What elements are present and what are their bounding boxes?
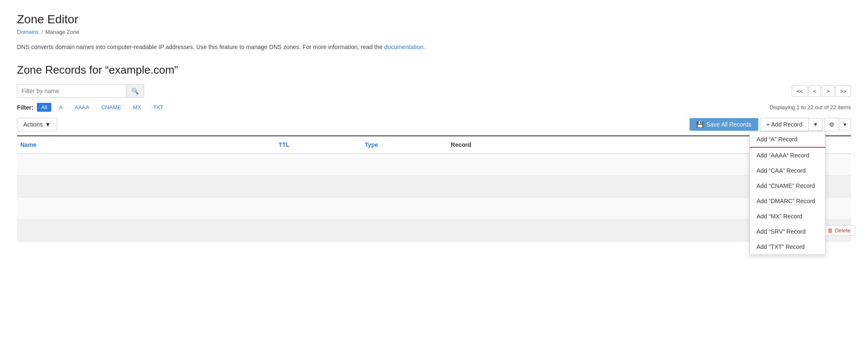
toolbar-right: 💾 Save All Records + Add Record ▼ ⚙ ▼ Ad… [690, 118, 851, 131]
pagination: << < > >> [792, 85, 851, 97]
page-next-button[interactable]: > [822, 85, 835, 97]
settings-button[interactable]: ⚙ [824, 118, 839, 131]
save-all-records-button[interactable]: 💾 Save All Records [690, 118, 758, 131]
display-count: Displaying 1 to 22 out of 22 items [770, 104, 851, 110]
cell-name [17, 183, 275, 190]
dropdown-add-dmarc[interactable]: Add “DMARC” Record [750, 193, 825, 209]
cell-ttl [275, 183, 361, 190]
page-last-button[interactable]: >> [835, 85, 851, 97]
cell-record [448, 183, 792, 190]
filter-cname-button[interactable]: CNAME [97, 103, 125, 112]
cell-type [361, 205, 447, 212]
cell-type [361, 227, 447, 234]
search-input[interactable] [17, 85, 126, 97]
cell-record [448, 227, 792, 234]
col-header-record: Record [448, 140, 792, 150]
page-first-button[interactable]: << [792, 85, 807, 97]
delete-label: Delete [835, 227, 851, 234]
breadcrumb-domains-link[interactable]: Domains [17, 29, 39, 35]
toolbar-row: Actions ▼ 💾 Save All Records + Add Recor… [17, 113, 851, 135]
filter-label: Filter: [17, 104, 33, 111]
actions-label: Actions [23, 121, 43, 128]
add-record-group: + Add Record ▼ [760, 118, 823, 131]
page-prev-button[interactable]: < [809, 85, 821, 97]
section-title: Zone Records for “example.com” [17, 63, 851, 77]
dropdown-add-a[interactable]: Add “A” Record [750, 132, 825, 147]
filter-txt-button[interactable]: TXT [149, 103, 168, 112]
cell-ttl [275, 227, 361, 234]
dropdown-add-cname[interactable]: Add “CNAME” Record [750, 178, 825, 193]
page-description: DNS converts domain names into computer-… [17, 43, 851, 52]
table-row: ✎ Edit [17, 198, 851, 220]
settings-caret-button[interactable]: ▼ [839, 119, 851, 130]
dropdown-add-aaaa[interactable]: Add “AAAA” Record [750, 147, 825, 163]
dropdown-add-srv[interactable]: Add “SRV” Record [750, 224, 825, 239]
table-body: ✎ Edit ✎ Edit [17, 154, 851, 242]
cell-ttl [275, 161, 361, 168]
add-record-button[interactable]: + Add Record [760, 118, 809, 131]
table-row: ✎ Edit 🗑 Delete [17, 220, 851, 242]
cell-name [17, 227, 275, 234]
col-header-name[interactable]: Name [17, 140, 275, 150]
cell-name [17, 205, 275, 212]
cell-type [361, 161, 447, 168]
search-button[interactable]: 🔍 [126, 85, 144, 97]
documentation-link[interactable]: documentation [384, 44, 423, 50]
add-record-dropdown-toggle[interactable]: ▼ [809, 118, 823, 131]
col-header-ttl[interactable]: TTL [275, 140, 361, 150]
trash-icon: 🗑 [827, 227, 833, 234]
filter-aaaa-button[interactable]: AAAA [70, 103, 94, 112]
filter-mx-button[interactable]: MX [129, 103, 146, 112]
actions-caret-icon: ▼ [45, 121, 51, 128]
breadcrumb: Domains / Manage Zone [17, 29, 851, 35]
add-record-label: + Add Record [766, 121, 802, 128]
cell-name [17, 161, 275, 168]
delete-button[interactable]: 🗑 Delete [823, 225, 855, 236]
cell-type [361, 183, 447, 190]
filter-all-button[interactable]: All [37, 103, 51, 112]
cell-ttl [275, 205, 361, 212]
cell-record [448, 161, 792, 168]
breadcrumb-separator: / [41, 29, 43, 35]
search-row: 🔍 << < > >> [17, 84, 851, 98]
add-record-dropdown-menu: Add “A” Record Add “AAAA” Record Add “CA… [749, 131, 826, 255]
save-all-label: Save All Records [706, 121, 751, 128]
dropdown-add-txt[interactable]: Add “TXT” Record [750, 239, 825, 254]
breadcrumb-current: Manage Zone [45, 29, 79, 35]
records-table: Name TTL Type Record Actions ✎ Edit [17, 135, 851, 242]
filter-a-button[interactable]: A [55, 103, 67, 112]
table-row: ✎ Edit [17, 176, 851, 198]
table-row: ✎ Edit [17, 154, 851, 176]
dropdown-add-caa[interactable]: Add “CAA” Record [750, 163, 825, 178]
actions-button[interactable]: Actions ▼ [17, 118, 57, 131]
settings-group: ⚙ ▼ [824, 118, 851, 131]
save-icon: 💾 [696, 121, 704, 128]
search-box: 🔍 [17, 84, 144, 98]
page-title: Zone Editor [17, 13, 851, 26]
table-header: Name TTL Type Record Actions [17, 136, 851, 154]
filter-row: Filter: All A AAAA CNAME MX TXT Displayi… [17, 103, 851, 112]
gear-icon: ⚙ [829, 121, 835, 128]
col-header-type[interactable]: Type [361, 140, 447, 150]
dropdown-add-mx[interactable]: Add “MX” Record [750, 209, 825, 224]
cell-record [448, 205, 792, 212]
